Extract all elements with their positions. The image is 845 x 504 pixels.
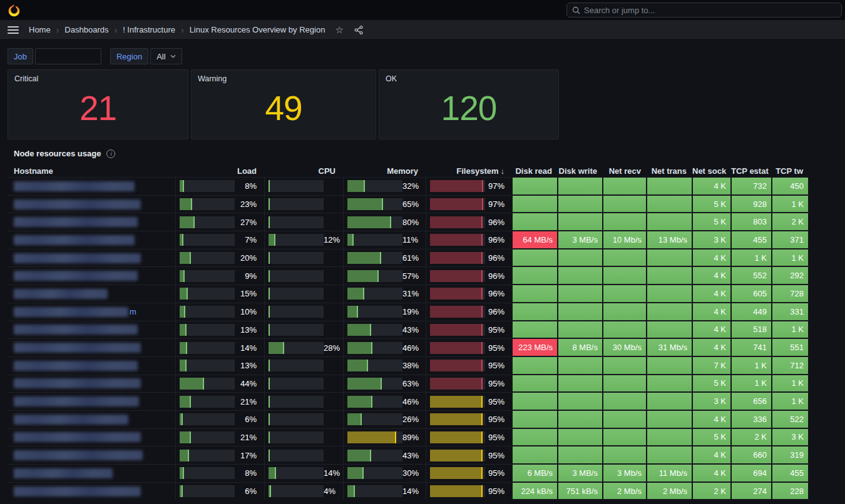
col-header-net-sock[interactable]: Net sock: [692, 166, 731, 176]
net-sock-cell: 4 K: [692, 446, 731, 464]
disk-write-cell: [558, 213, 603, 231]
search-input[interactable]: [584, 6, 836, 15]
filesystem-gauge: 95%: [426, 428, 512, 446]
region-variable-dropdown[interactable]: All: [150, 48, 182, 64]
cpu-gauge-fill: [269, 342, 284, 354]
hostname-cell[interactable]: m: [8, 303, 175, 321]
col-header-tcp-tw[interactable]: TCP tw: [772, 166, 809, 176]
cpu-gauge-fill: [269, 360, 270, 371]
star-icon[interactable]: ☆: [335, 25, 343, 34]
filesystem-gauge-fill: [430, 288, 483, 300]
disk-write-cell: 8 MB/s: [558, 338, 603, 356]
disk-read-cell: [512, 249, 558, 267]
job-variable-input[interactable]: [35, 48, 101, 64]
hostname-cell[interactable]: [8, 356, 175, 375]
cpu-gauge: [264, 428, 343, 446]
hostname-cell[interactable]: [8, 375, 175, 393]
cpu-gauge: 28%: [264, 338, 343, 356]
col-header-disk-read[interactable]: Disk read: [512, 166, 558, 176]
col-header-hostname[interactable]: Hostname: [8, 166, 175, 176]
col-header-net-trans[interactable]: Net trans: [647, 166, 692, 176]
filesystem-gauge-fill: [430, 467, 483, 479]
filesystem-gauge: 96%: [426, 231, 512, 249]
memory-gauge-track: [347, 288, 402, 300]
tcp-tw-cell: 331: [772, 303, 809, 321]
breadcrumb-item[interactable]: ! Infrastructure: [123, 25, 175, 34]
net-recv-cell: [603, 285, 647, 303]
net-trans-cell: [647, 428, 692, 446]
net-sock-cell: 5 K: [692, 213, 731, 231]
grafana-logo-icon[interactable]: [8, 4, 21, 17]
col-header-cpu[interactable]: CPU: [264, 166, 343, 176]
memory-gauge-value: 19%: [402, 307, 419, 316]
disk-write-cell: [558, 428, 603, 446]
hostname-cell[interactable]: [8, 249, 175, 267]
hostname-cell[interactable]: [8, 392, 175, 410]
cpu-gauge-track: [269, 216, 324, 228]
filesystem-gauge: 95%: [426, 338, 512, 356]
stat-panel-warning: Warning49: [191, 69, 376, 139]
menu-icon[interactable]: [8, 26, 19, 34]
memory-gauge-value: 43%: [402, 451, 419, 460]
hostname-cell[interactable]: [8, 321, 175, 339]
cpu-gauge-fill: [269, 467, 276, 479]
info-icon[interactable]: i: [106, 149, 115, 158]
breadcrumb-item: Linux Resources Overview by Region: [190, 25, 325, 34]
share-icon[interactable]: [354, 25, 364, 35]
table-row: 27%80%96%5 K8032 K: [8, 213, 809, 231]
cpu-gauge: [264, 410, 343, 428]
table-row: 13%43%95%4 K5181 K: [8, 321, 809, 339]
col-header-filesystem[interactable]: Filesystem↓: [426, 166, 512, 176]
load-gauge-value: 14%: [235, 343, 257, 353]
disk-read-cell: 6 MB/s: [512, 464, 558, 482]
filesystem-gauge-track: [430, 306, 485, 318]
col-header-load[interactable]: Load: [175, 166, 264, 176]
memory-gauge-fill: [347, 485, 355, 497]
memory-gauge-fill: [347, 413, 362, 425]
memory-gauge-fill: [347, 396, 372, 408]
memory-gauge-fill: [347, 252, 381, 264]
hostname-cell[interactable]: [8, 177, 175, 195]
hostname-cell[interactable]: [8, 195, 175, 213]
hostname-redacted: [14, 271, 138, 281]
memory-gauge: 19%: [343, 303, 426, 321]
tcp-estat-cell: 660: [731, 446, 772, 464]
memory-gauge-track: [347, 396, 402, 408]
hostname-cell[interactable]: [8, 338, 175, 356]
hostname-cell[interactable]: [8, 285, 175, 303]
hostname-cell[interactable]: [8, 410, 175, 428]
hostname-cell[interactable]: [8, 482, 175, 500]
load-gauge: 10%: [175, 303, 264, 321]
breadcrumb-item[interactable]: Home: [29, 25, 51, 34]
region-variable-label[interactable]: Region: [110, 48, 148, 64]
hostname-cell[interactable]: [8, 464, 175, 482]
memory-gauge-value: 80%: [402, 218, 419, 227]
filesystem-gauge-value: 95%: [485, 379, 504, 388]
job-variable-label[interactable]: Job: [8, 48, 33, 64]
col-header-memory[interactable]: Memory: [343, 166, 426, 176]
tcp-tw-cell: 1 K: [772, 375, 809, 393]
disk-write-cell: [558, 321, 603, 339]
cpu-gauge-track: [269, 413, 324, 425]
hostname-cell[interactable]: [8, 428, 175, 446]
filesystem-gauge: 95%: [426, 356, 512, 375]
memory-gauge-track: [347, 378, 402, 390]
net-trans-cell: [647, 266, 692, 285]
filesystem-gauge-track: [430, 324, 485, 336]
filesystem-gauge-track: [430, 485, 485, 497]
filesystem-gauge: 96%: [426, 213, 512, 231]
load-gauge-value: 8%: [235, 468, 257, 478]
col-header-net-recv[interactable]: Net recv: [603, 166, 647, 176]
cpu-gauge: [264, 177, 343, 195]
col-header-tcp-estat[interactable]: TCP estat: [731, 166, 772, 176]
hostname-cell[interactable]: [8, 231, 175, 249]
disk-write-cell: [558, 303, 603, 321]
hostname-cell[interactable]: [8, 446, 175, 464]
sort-desc-icon: ↓: [501, 166, 505, 176]
hostname-cell[interactable]: [8, 213, 175, 231]
net-trans-cell: [647, 446, 692, 464]
cpu-gauge-track: [269, 378, 324, 390]
col-header-disk-write[interactable]: Disk write: [558, 166, 603, 176]
breadcrumb-item[interactable]: Dashboards: [64, 25, 108, 34]
hostname-cell[interactable]: [8, 266, 175, 285]
